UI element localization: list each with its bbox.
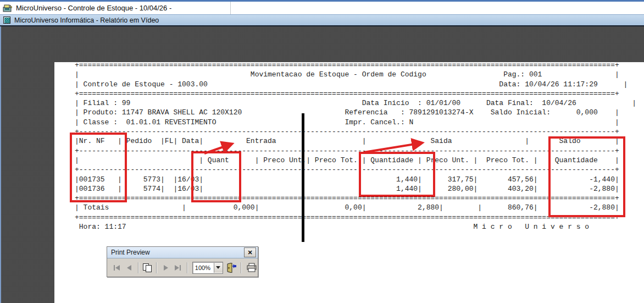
previous-page-icon <box>127 265 131 271</box>
highlight-box-saida-quantidade <box>359 152 435 197</box>
first-page-icon <box>114 265 115 271</box>
highlight-box-nrnf-column <box>70 133 127 202</box>
report-viewer-titlebar: MicroUniverso Informática - Relatório em… <box>0 14 644 26</box>
report-page: +=======================================… <box>54 62 644 303</box>
app-title-region: MicroUniverso - Controle de Estoque - 10… <box>0 2 231 14</box>
highlight-box-saldo-column <box>548 136 625 217</box>
first-page-button[interactable] <box>112 262 123 274</box>
zoom-value: 100% <box>193 265 214 271</box>
highlight-box-entrada-quant <box>191 151 241 202</box>
zoom-combobox[interactable]: 100% <box>192 262 223 274</box>
print-preview-title: Print Preview <box>111 249 150 256</box>
print-preview-titlebar[interactable]: Print Preview ✕ <box>107 247 258 258</box>
toolbar-separator <box>241 262 242 273</box>
report-viewer-title: MicroUniverso Informática - Relatório em… <box>14 16 159 24</box>
preview-background: +=======================================… <box>0 26 644 303</box>
print-preview-toolbar: 100% <box>107 258 258 277</box>
app-titlebar: MicroUniverso - Controle de Estoque - 10… <box>0 2 644 14</box>
pages-button[interactable] <box>142 262 153 274</box>
printer-icon <box>246 263 257 272</box>
exit-door-icon <box>226 263 237 273</box>
exit-preview-button[interactable] <box>225 262 238 274</box>
chevron-down-icon <box>216 266 220 269</box>
toolbar-separator <box>156 262 157 273</box>
toolbar-separator <box>187 262 188 273</box>
print-button[interactable] <box>245 262 258 274</box>
app-icon <box>3 4 13 12</box>
toolbar-separator <box>138 262 139 273</box>
next-page-icon <box>164 265 168 271</box>
pages-icon <box>143 263 152 272</box>
app-title: MicroUniverso - Controle de Estoque - 10… <box>16 4 171 12</box>
entrada-saida-divider-line <box>302 113 304 242</box>
previous-page-button[interactable] <box>124 262 135 274</box>
close-button[interactable]: ✕ <box>244 247 256 257</box>
last-page-button[interactable] <box>173 262 184 274</box>
last-page-icon <box>175 265 179 271</box>
zoom-dropdown-button[interactable] <box>214 263 223 273</box>
next-page-button[interactable] <box>160 262 171 274</box>
report-viewer-icon <box>3 16 10 24</box>
print-preview-window: Print Preview ✕ <box>107 246 258 277</box>
